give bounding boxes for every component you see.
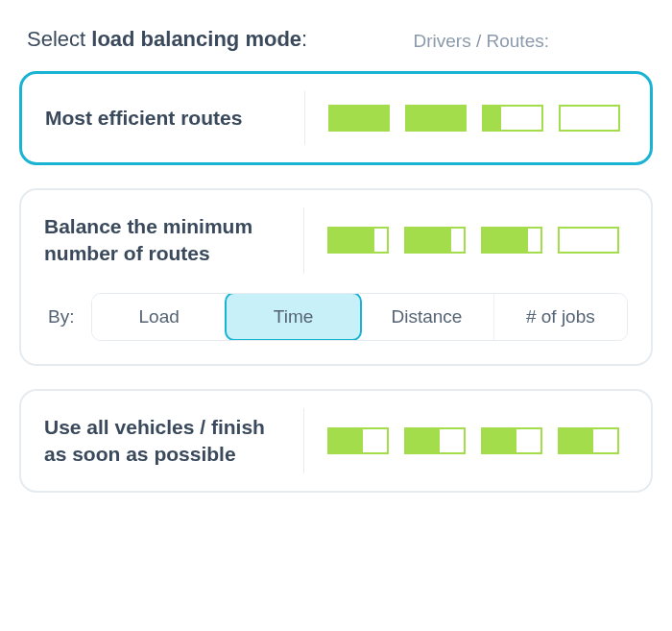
balance-by-segmented: LoadTimeDistance# of jobs — [91, 293, 628, 341]
load-bar — [558, 227, 619, 254]
balance-by-option-time[interactable]: Time — [225, 293, 361, 341]
page-title: Select load balancing mode: — [27, 27, 307, 52]
option-label: Use all vehicles / finish as soon as pos… — [44, 414, 303, 469]
load-bar — [559, 105, 620, 132]
load-bar — [404, 227, 466, 254]
option-label: Most efficient routes — [45, 105, 304, 132]
load-bar-fill — [560, 429, 593, 452]
balance-by-label: By: — [44, 306, 74, 328]
title-bold: load balancing mode — [91, 27, 301, 51]
option-row: Most efficient routes — [45, 97, 627, 139]
load-bar-fill — [484, 107, 501, 130]
option-balance-minimum[interactable]: Balance the minimum number of routes By:… — [19, 188, 653, 366]
balance-by-option-distance[interactable]: Distance — [360, 294, 493, 340]
balance-by-option-of-jobs[interactable]: # of jobs — [494, 294, 627, 340]
option-row: Use all vehicles / finish as soon as pos… — [44, 414, 628, 469]
load-bar — [481, 427, 542, 454]
option-row: Balance the minimum number of routes — [44, 213, 628, 268]
load-bar — [327, 427, 389, 454]
load-bar — [327, 227, 389, 254]
load-bar — [404, 427, 466, 454]
balance-by-row: By: LoadTimeDistance# of jobs — [44, 293, 628, 341]
load-bar — [558, 427, 619, 454]
load-bar-fill — [406, 429, 440, 452]
load-bar-fill — [329, 429, 363, 452]
balance-by-option-load[interactable]: Load — [92, 294, 226, 340]
drivers-routes-label: Drivers / Routes: — [414, 31, 645, 52]
load-bar-fill — [330, 107, 388, 130]
bars-group — [304, 427, 628, 454]
header-row: Select load balancing mode: Drivers / Ro… — [19, 27, 653, 52]
title-suffix: : — [301, 27, 307, 51]
load-bar-fill — [483, 229, 528, 252]
load-bar-fill — [329, 229, 374, 252]
title-prefix: Select — [27, 27, 91, 51]
load-bar — [482, 105, 543, 132]
bars-group — [304, 227, 628, 254]
load-bar-fill — [483, 429, 516, 452]
option-use-all-vehicles[interactable]: Use all vehicles / finish as soon as pos… — [19, 389, 653, 494]
option-label: Balance the minimum number of routes — [44, 213, 303, 268]
load-bar-fill — [407, 107, 465, 130]
option-most-efficient[interactable]: Most efficient routes — [19, 71, 653, 165]
load-bar — [328, 105, 390, 132]
load-bar — [405, 105, 467, 132]
load-bar — [481, 227, 542, 254]
load-bar-fill — [406, 229, 451, 252]
bars-group — [305, 105, 627, 132]
